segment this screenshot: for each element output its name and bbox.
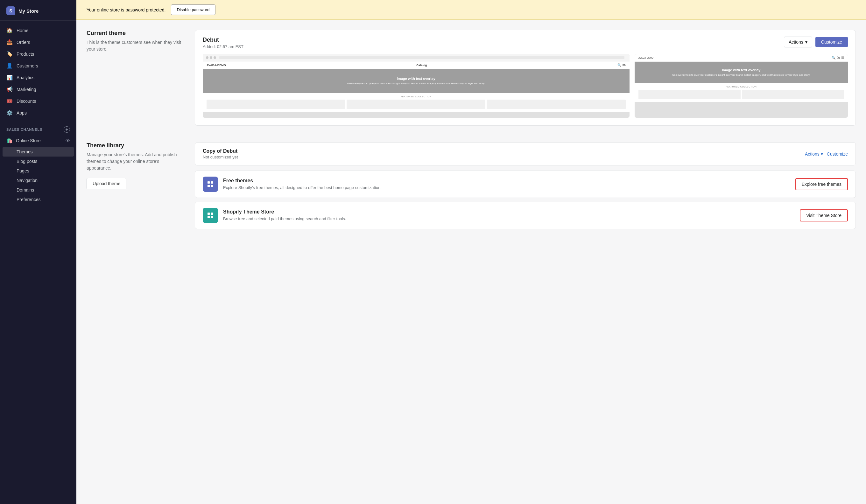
upload-theme-button[interactable]: Upload theme <box>87 178 126 189</box>
current-theme-desc: This is the theme customers see when the… <box>87 39 182 53</box>
main-content: Your online store is password protected.… <box>76 0 866 504</box>
theme-card-header: Debut Added: 02:57 am EST Actions ▾ Cust… <box>195 30 855 54</box>
online-store-label: Online Store <box>16 138 41 143</box>
current-theme-left: Current theme This is the theme customer… <box>87 30 195 132</box>
sidebar-item-themes[interactable]: Themes <box>2 147 74 157</box>
customers-icon: 👤 <box>7 63 13 69</box>
svg-rect-2 <box>208 185 210 187</box>
preview-hero-mobile: Image with text overlay Use overlay text… <box>635 62 848 83</box>
sidebar-item-home[interactable]: 🏠 Home <box>0 24 76 36</box>
copy-debut-actions-link[interactable]: Actions ▾ <box>805 152 823 157</box>
logo-icon: S <box>7 7 15 15</box>
copy-debut-name: Copy of Debut <box>203 148 238 154</box>
theme-name: Debut <box>203 37 243 43</box>
sidebar-item-label: Customers <box>16 63 38 68</box>
mobile-preview: AVADA-DEMO 🔍 🛍 ☰ Image with text overlay… <box>635 54 848 118</box>
products-icon: 🏷️ <box>7 51 13 57</box>
theme-card-actions: Actions ▾ Customize <box>784 37 848 47</box>
sidebar-item-apps[interactable]: ⚙️ Apps <box>0 107 76 119</box>
svg-rect-5 <box>211 213 213 215</box>
preview-site-name: AVADA-DEMO <box>207 64 226 67</box>
sidebar-item-analytics[interactable]: 📊 Analytics <box>0 71 76 83</box>
preview-nav: Catalog <box>416 64 427 67</box>
shopify-theme-store-card: Shopify Theme Store Browse free and sele… <box>195 202 856 229</box>
sidebar-item-label: Discounts <box>16 99 36 104</box>
mobile-preview-product-2 <box>742 90 844 99</box>
apps-icon: ⚙️ <box>7 110 13 116</box>
chevron-down-icon: ▾ <box>805 40 808 45</box>
visit-theme-store-button[interactable]: Visit Theme Store <box>800 209 848 222</box>
discounts-icon: 🎟️ <box>7 98 13 104</box>
sidebar-item-blog-posts[interactable]: Blog posts <box>0 157 76 166</box>
sidebar-item-preferences[interactable]: Preferences <box>0 195 76 204</box>
mobile-menu-icon: ☰ <box>841 56 844 59</box>
shopify-store-desc: Browse free and selected paid themes usi… <box>223 216 795 222</box>
theme-library-title: Theme library <box>87 142 182 149</box>
shopify-store-title: Shopify Theme Store <box>223 209 795 215</box>
sidebar-item-online-store[interactable]: 🛍️ Online Store 👁 <box>0 135 76 146</box>
sidebar-item-discounts[interactable]: 🎟️ Discounts <box>0 95 76 107</box>
svg-rect-7 <box>211 216 213 218</box>
sidebar-item-pages[interactable]: Pages <box>0 166 76 176</box>
preview-product-2 <box>347 100 485 109</box>
mobile-preview-product-1 <box>639 90 741 99</box>
sidebar-item-navigation[interactable]: Navigation <box>0 176 76 185</box>
free-themes-card: Free themes Explore Shopify's free theme… <box>195 170 856 198</box>
svg-rect-4 <box>208 213 210 215</box>
home-icon: 🏠 <box>7 27 13 33</box>
sidebar-item-label: Orders <box>16 40 30 45</box>
free-themes-title: Free themes <box>223 178 790 183</box>
sidebar-item-customers[interactable]: 👤 Customers <box>0 60 76 71</box>
theme-library-section: Theme library Manage your store's themes… <box>76 132 866 233</box>
current-theme-right: Debut Added: 02:57 am EST Actions ▾ Cust… <box>195 30 856 132</box>
theme-library-right: Copy of Debut Not customized yet Actions… <box>195 142 856 233</box>
svg-rect-6 <box>208 216 210 218</box>
sidebar-item-orders[interactable]: 📥 Orders <box>0 36 76 48</box>
free-themes-icon <box>203 177 218 192</box>
svg-rect-1 <box>211 181 213 183</box>
svg-rect-3 <box>211 185 213 187</box>
mobile-site-name: AVADA-DEMO <box>639 57 653 59</box>
theme-added: Added: 02:57 am EST <box>203 44 243 49</box>
warning-text: Your online store is password protected. <box>87 7 166 12</box>
browser-url-bar <box>219 56 624 59</box>
preview-product-3 <box>487 100 625 109</box>
main-nav: 🏠 Home 📥 Orders 🏷️ Products 👤 Customers … <box>0 21 76 123</box>
bottom-spacer <box>76 233 866 246</box>
preview-product-1 <box>207 100 345 109</box>
actions-button[interactable]: Actions ▾ <box>784 37 812 47</box>
mobile-bag-icon: 🛍 <box>837 56 840 59</box>
store-icon: 🛍️ <box>7 137 13 144</box>
mobile-search-icon: 🔍 <box>832 56 835 59</box>
free-themes-desc: Explore Shopify's free themes, all desig… <box>223 185 790 191</box>
sidebar: S My Store 🏠 Home 📥 Orders 🏷️ Products 👤… <box>0 0 76 504</box>
customize-button[interactable]: Customize <box>815 37 848 47</box>
marketing-icon: 📢 <box>7 86 13 92</box>
browser-dot-yellow <box>210 56 212 59</box>
sidebar-item-products[interactable]: 🏷️ Products <box>0 48 76 60</box>
eye-icon[interactable]: 👁 <box>66 138 70 143</box>
current-theme-card: Debut Added: 02:57 am EST Actions ▾ Cust… <box>195 30 856 126</box>
theme-library-left: Theme library Manage your store's themes… <box>87 142 195 233</box>
current-theme-section: Current theme This is the theme customer… <box>76 20 866 132</box>
disable-password-button[interactable]: Disable password <box>171 4 216 15</box>
password-warning-bar: Your online store is password protected.… <box>76 0 866 20</box>
theme-preview: AVADA-DEMO Catalog 🔍 🛍 Image with text o… <box>195 54 855 125</box>
copy-debut-card: Copy of Debut Not customized yet Actions… <box>195 142 856 166</box>
explore-free-themes-button[interactable]: Explore free themes <box>795 178 848 190</box>
orders-icon: 📥 <box>7 39 13 45</box>
sidebar-item-marketing[interactable]: 📢 Marketing <box>0 83 76 95</box>
sidebar-item-label: Marketing <box>16 87 36 92</box>
sales-channels-header: SALES CHANNELS + <box>0 123 76 135</box>
sidebar-item-domains[interactable]: Domains <box>0 185 76 195</box>
sidebar-item-label: Home <box>16 28 28 33</box>
add-sales-channel-button[interactable]: + <box>64 126 70 133</box>
sidebar-item-label: Apps <box>16 110 27 115</box>
online-store-subnav: Themes Blog posts Pages Navigation Domai… <box>0 146 76 205</box>
copy-debut-customize-link[interactable]: Customize <box>827 152 848 157</box>
search-icon: 🔍 <box>618 63 621 67</box>
shopify-store-icon <box>203 208 218 223</box>
svg-rect-0 <box>208 181 210 183</box>
bag-icon: 🛍 <box>623 63 626 67</box>
store-logo: S My Store <box>0 0 76 21</box>
